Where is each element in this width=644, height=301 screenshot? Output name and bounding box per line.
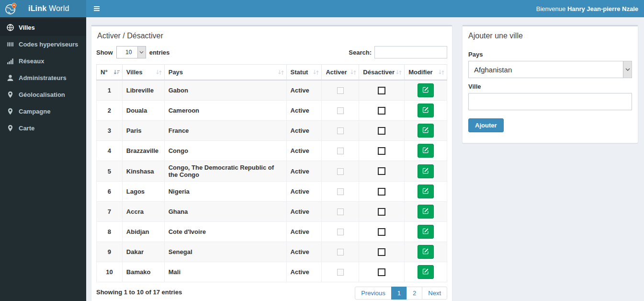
- table-row: 2 Douala Cameroon Active: [97, 101, 447, 121]
- table-row: 5 Kinshasa Congo, The Democratic Republi…: [97, 161, 447, 182]
- modifier-button[interactable]: [418, 245, 434, 259]
- edit-pencil-icon: [422, 147, 429, 155]
- sidebar-item-reseaux[interactable]: Réseaux: [0, 53, 86, 69]
- page-length-select[interactable]: 10: [116, 46, 146, 58]
- add-city-panel: Ajouter une ville Pays Afghanistan Ville…: [462, 25, 638, 143]
- modifier-button[interactable]: [418, 144, 434, 158]
- sidebar-item-geolocalisation[interactable]: Géolocalisation: [0, 86, 86, 103]
- country-select[interactable]: Afghanistan: [468, 61, 632, 78]
- table-controls: Show 10 entries Search:: [91, 44, 452, 64]
- row-pays: France: [164, 121, 286, 141]
- table-row: 7 Accra Ghana Active: [97, 202, 447, 222]
- sidebar-item-villes[interactable]: Villes: [0, 19, 86, 36]
- modifier-button[interactable]: [418, 83, 434, 97]
- ajouter-button[interactable]: Ajouter: [468, 118, 504, 132]
- modifier-button[interactable]: [418, 164, 434, 178]
- city-input[interactable]: [468, 93, 632, 110]
- cities-table-wrapper: N° Villes Pays Statut Activer Désactiver: [91, 64, 452, 282]
- brand-logo[interactable]: iLink World: [0, 0, 86, 17]
- row-ville: Abidjan: [122, 222, 164, 242]
- edit-pencil-icon: [422, 268, 429, 276]
- sort-both-icon: [438, 69, 445, 75]
- modifier-button[interactable]: [418, 185, 434, 198]
- show-label: Show: [96, 49, 113, 56]
- search-input[interactable]: [374, 46, 447, 58]
- modifier-button[interactable]: [418, 225, 434, 239]
- table-row: 9 Dakar Senegal Active: [97, 242, 447, 262]
- sidebar-toggle-icon[interactable]: [86, 0, 107, 17]
- search-control: Search:: [349, 46, 447, 58]
- sidebar-item-label: Carte: [19, 125, 34, 132]
- activer-checkbox: [337, 229, 344, 235]
- map-marker-icon: [7, 91, 14, 98]
- pagination-next-button[interactable]: Next: [422, 287, 447, 300]
- column-header-villes[interactable]: Villes: [122, 65, 164, 81]
- desactiver-checkbox[interactable]: [378, 87, 385, 94]
- column-header-numero[interactable]: N°: [97, 65, 123, 81]
- cities-table-panel: Activer / Désactiver Show 10 entries: [91, 25, 452, 301]
- desactiver-checkbox[interactable]: [378, 147, 385, 155]
- column-header-desactiver[interactable]: Désactiver: [359, 65, 405, 81]
- pagination-previous-button[interactable]: Previous: [355, 287, 392, 300]
- desactiver-checkbox[interactable]: [378, 107, 385, 115]
- desactiver-checkbox[interactable]: [378, 127, 385, 135]
- row-number: 9: [97, 242, 123, 262]
- desactiver-checkbox[interactable]: [378, 268, 385, 276]
- sort-both-icon: [278, 69, 284, 75]
- globe-pin-logo-icon: [5, 2, 18, 15]
- column-header-pays[interactable]: Pays: [164, 65, 286, 81]
- entries-label: entries: [149, 49, 170, 56]
- desactiver-checkbox[interactable]: [378, 188, 385, 196]
- edit-pencil-icon: [422, 208, 429, 216]
- desactiver-checkbox[interactable]: [378, 248, 385, 256]
- globe-icon: [7, 24, 14, 31]
- modifier-button[interactable]: [418, 265, 434, 279]
- desactiver-checkbox[interactable]: [378, 208, 385, 216]
- edit-pencil-icon: [422, 86, 429, 94]
- desactiver-checkbox[interactable]: [378, 167, 385, 175]
- modifier-button[interactable]: [418, 104, 434, 117]
- sidebar-item-label: Géolocalisation: [19, 91, 65, 98]
- activer-checkbox: [337, 127, 344, 134]
- edit-pencil-icon: [422, 248, 429, 256]
- row-statut: Active: [286, 202, 322, 222]
- table-footer: Showing 1 to 10 of 17 entries Previous 1…: [91, 282, 452, 301]
- row-ville: Douala: [122, 101, 164, 121]
- sidebar-item-label: Codes hyperviseurs: [19, 41, 78, 48]
- app-title-light: World: [46, 4, 69, 12]
- sidebar-item-codes-hyperviseurs[interactable]: Codes hyperviseurs: [0, 36, 86, 53]
- row-ville: Dakar: [122, 242, 164, 262]
- sort-both-icon: [313, 69, 319, 75]
- row-number: 8: [97, 222, 123, 242]
- column-header-modifier[interactable]: Modifier: [405, 65, 447, 81]
- pagination-page-1-button[interactable]: 1: [391, 287, 407, 300]
- row-ville: Paris: [122, 121, 164, 141]
- column-header-statut[interactable]: Statut: [286, 65, 322, 81]
- row-statut: Active: [286, 161, 322, 182]
- add-panel-title: Ajouter une ville: [463, 26, 638, 44]
- modifier-button[interactable]: [418, 205, 434, 219]
- row-statut: Active: [286, 121, 322, 141]
- sidebar-item-administrateurs[interactable]: Administrateurs: [0, 69, 86, 86]
- edit-pencil-icon: [422, 127, 429, 135]
- desactiver-checkbox[interactable]: [378, 228, 385, 236]
- activer-checkbox: [337, 168, 344, 175]
- row-pays: Cameroon: [164, 101, 286, 121]
- sidebar-item-carte[interactable]: Carte: [0, 120, 86, 137]
- page-length-control: Show 10 entries: [96, 46, 169, 58]
- map-marker-icon: [7, 108, 14, 115]
- column-header-activer[interactable]: Activer: [322, 65, 359, 81]
- sidebar-item-campagne[interactable]: Campagne: [0, 103, 86, 120]
- welcome-prefix: Bienvenue: [536, 5, 567, 12]
- table-row: 10 Bamako Mali Active: [97, 262, 447, 282]
- row-ville: Lagos: [122, 182, 164, 202]
- table-panel-title: Activer / Désactiver: [91, 26, 452, 44]
- pagination-page-2-button[interactable]: 2: [407, 287, 422, 300]
- city-label: Ville: [468, 83, 632, 90]
- row-statut: Active: [286, 242, 322, 262]
- row-pays: Senegal: [164, 242, 286, 262]
- user-icon: [7, 74, 14, 81]
- table-row: 3 Paris France Active: [97, 121, 447, 141]
- pagination: Previous 1 2 Next: [355, 287, 447, 300]
- modifier-button[interactable]: [418, 124, 434, 138]
